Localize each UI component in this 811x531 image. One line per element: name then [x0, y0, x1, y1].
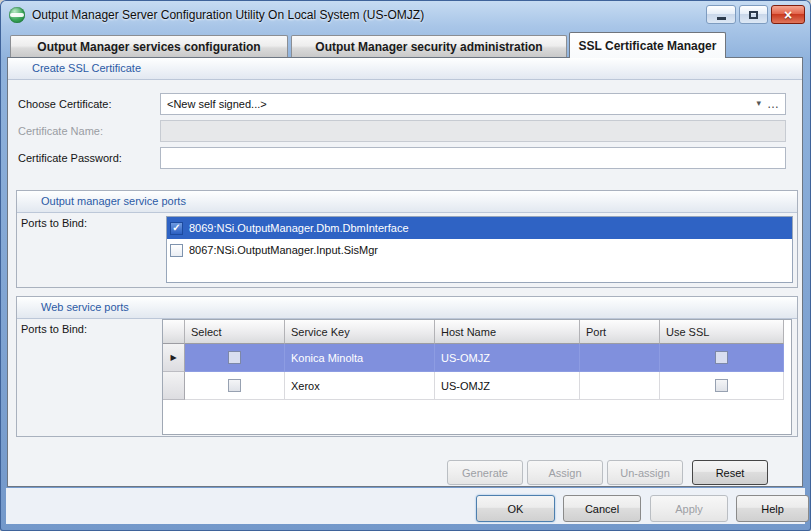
use-ssl-checkbox[interactable] — [715, 379, 728, 392]
group-service-ports: Output manager service ports Ports to Bi… — [16, 190, 798, 288]
certificate-password-label: Certificate Password: — [18, 147, 122, 169]
host-name-cell[interactable]: US-OMJZ — [435, 372, 580, 400]
close-icon: × — [784, 8, 792, 22]
row-indicator-icon: ▶ — [170, 353, 176, 362]
app-icon — [9, 7, 25, 23]
service-key-cell[interactable]: Xerox — [285, 372, 435, 400]
service-key-cell[interactable]: Konica Minolta — [285, 344, 435, 372]
select-cell[interactable] — [185, 344, 285, 372]
row-indicator-cell[interactable] — [163, 372, 185, 400]
unassign-button: Un-assign — [607, 460, 683, 485]
tab-label: SSL Certificate Manager — [579, 39, 717, 53]
generate-button: Generate — [447, 460, 523, 485]
apply-button: Apply — [650, 495, 728, 522]
close-button[interactable]: × — [771, 5, 805, 24]
choose-certificate-combobox[interactable]: <New self signed...> ▾ … — [160, 93, 786, 115]
combobox-value: <New self signed...> — [161, 94, 785, 114]
ssl-certificate-tab-panel: Create SSL Certificate Choose Certificat… — [7, 57, 803, 487]
dialog-window: Output Manager Server Configuration Util… — [0, 0, 811, 531]
maximize-button[interactable] — [739, 5, 768, 24]
port-checkbox[interactable]: ✓ — [170, 222, 183, 235]
ports-listbox: ✓ 8069:NSi.OutputManager.Dbm.DbmInterfac… — [166, 216, 793, 283]
web-ports-table: Select Service Key Host Name Port Use SS… — [162, 319, 792, 435]
cancel-button[interactable]: Cancel — [563, 495, 641, 522]
tab-ssl-certificate-manager[interactable]: SSL Certificate Manager — [569, 32, 726, 58]
use-ssl-checkbox[interactable] — [715, 351, 728, 364]
column-header-select[interactable]: Select — [185, 320, 285, 344]
select-checkbox[interactable] — [228, 351, 241, 364]
certificate-name-field — [160, 120, 786, 142]
table-row[interactable]: Xerox US-OMJZ — [163, 372, 791, 400]
check-icon: ✓ — [172, 223, 180, 233]
list-item-label: 8069:NSi.OutputManager.Dbm.DbmInterface — [189, 222, 409, 234]
minimize-icon — [717, 17, 726, 20]
service-ports-header: Output manager service ports — [17, 191, 797, 213]
chevron-down-icon[interactable]: ▾ — [756, 99, 761, 108]
list-item[interactable]: 8067:NSi.OutputManager.Input.SisMgr — [167, 239, 792, 261]
group-web-ports: Web service ports Ports to Bind: Select … — [16, 296, 798, 437]
help-button[interactable]: Help — [736, 495, 809, 522]
reset-button[interactable]: Reset — [692, 460, 768, 485]
column-header-host-name[interactable]: Host Name — [435, 320, 580, 344]
port-checkbox[interactable] — [170, 244, 183, 257]
create-ssl-certificate-header: Create SSL Certificate — [8, 58, 802, 80]
port-cell[interactable] — [580, 372, 660, 400]
select-checkbox[interactable] — [228, 379, 241, 392]
host-name-cell[interactable]: US-OMJZ — [435, 344, 580, 372]
footer: OK Cancel Apply Help — [6, 488, 805, 524]
ports-to-bind-label: Ports to Bind: — [21, 323, 87, 335]
use-ssl-cell[interactable] — [660, 344, 784, 372]
use-ssl-cell[interactable] — [660, 372, 784, 400]
tab-security-administration[interactable]: Output Manager security administration — [291, 35, 567, 58]
tab-label: Output Manager security administration — [315, 40, 542, 54]
web-ports-header: Web service ports — [17, 297, 797, 319]
window-title: Output Manager Server Configuration Util… — [32, 8, 424, 22]
ports-to-bind-label: Ports to Bind: — [21, 217, 87, 229]
minimize-button[interactable] — [706, 5, 736, 24]
tab-label: Output Manager services configuration — [37, 40, 260, 54]
column-header-use-ssl[interactable]: Use SSL — [660, 320, 784, 344]
row-indicator-cell[interactable]: ▶ — [163, 344, 185, 372]
select-cell[interactable] — [185, 372, 285, 400]
choose-certificate-label: Choose Certificate: — [18, 93, 112, 115]
assign-button: Assign — [527, 460, 603, 485]
column-header-port[interactable]: Port — [580, 320, 660, 344]
certificate-name-label: Certificate Name: — [18, 120, 103, 142]
tab-services-configuration[interactable]: Output Manager services configuration — [10, 35, 288, 58]
port-cell[interactable] — [580, 344, 660, 372]
title-bar[interactable]: Output Manager Server Configuration Util… — [0, 0, 811, 30]
table-row[interactable]: ▶ Konica Minolta US-OMJZ — [163, 344, 791, 372]
maximize-icon — [749, 11, 758, 19]
ok-button[interactable]: OK — [476, 495, 555, 522]
list-item[interactable]: ✓ 8069:NSi.OutputManager.Dbm.DbmInterfac… — [167, 217, 792, 239]
list-item-label: 8067:NSi.OutputManager.Input.SisMgr — [189, 244, 378, 256]
column-header-indicator — [163, 320, 185, 344]
certificate-password-field[interactable] — [160, 147, 786, 169]
column-header-service-key[interactable]: Service Key — [285, 320, 435, 344]
browse-ellipsis-button[interactable]: … — [767, 94, 780, 114]
